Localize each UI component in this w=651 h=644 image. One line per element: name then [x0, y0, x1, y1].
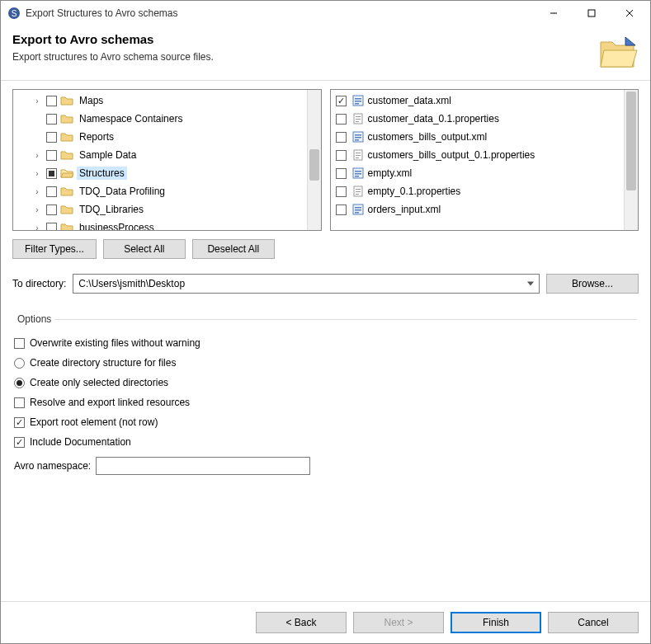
file-item[interactable]: orders_input.xml [334, 200, 624, 219]
create-only-selected-radio[interactable] [14, 378, 25, 388]
svg-rect-25 [356, 121, 359, 122]
file-scrollbar[interactable] [624, 90, 638, 230]
directory-combo[interactable]: C:\Users\jsmith\Desktop [73, 274, 540, 294]
tree-checkbox[interactable] [46, 186, 57, 197]
tree-item[interactable]: ›Sample Data [18, 146, 306, 164]
close-button[interactable] [611, 2, 649, 25]
dialog-footer: < Back Next > Finish Cancel [1, 601, 650, 643]
export-root-option[interactable]: Export root element (not row) [14, 412, 637, 432]
file-checkbox[interactable] [336, 186, 347, 197]
minimize-button[interactable] [535, 2, 573, 25]
include-doc-label: Include Documentation [30, 436, 131, 448]
file-item-label: customer_data_0.1.properties [368, 113, 499, 125]
svg-rect-31 [356, 153, 361, 153]
tree-checkbox[interactable] [46, 132, 57, 143]
svg-marker-8 [625, 37, 635, 45]
tree-item[interactable]: Namespace Containers [18, 110, 306, 128]
export-root-label: Export root element (not row) [30, 416, 158, 428]
tree-checkbox[interactable] [46, 150, 57, 161]
tree-item[interactable]: ›TDQ_Data Profiling [18, 182, 306, 200]
selection-button-row: Filter Types... Select All Deselect All [12, 239, 639, 259]
svg-text:S: S [12, 9, 17, 18]
next-button[interactable]: Next > [353, 612, 444, 633]
tree-checkbox[interactable] [46, 204, 57, 215]
file-checkbox[interactable] [336, 132, 347, 143]
tree-item[interactable]: ›Maps [18, 92, 306, 110]
tree-item-label: businessProcess [77, 221, 157, 230]
create-dir-structure-radio[interactable] [14, 358, 25, 369]
tree-item[interactable]: ›Structures [18, 164, 306, 182]
svg-rect-28 [355, 137, 361, 139]
file-checkbox[interactable] [336, 150, 347, 161]
file-item[interactable]: empty_0.1.properties [334, 182, 624, 200]
file-item[interactable]: customers_bills_output.xml [334, 128, 624, 146]
create-only-selected-option[interactable]: Create only selected directories [14, 373, 637, 393]
svg-marker-14 [61, 173, 73, 177]
file-item[interactable]: customers_bills_output_0.1.properties [334, 146, 624, 164]
tree-checkbox[interactable] [46, 223, 57, 231]
tree-scrollbar[interactable] [307, 90, 321, 230]
tree-expander-icon[interactable]: › [31, 223, 43, 231]
dialog-content: ›MapsNamespace ContainersReports›Sample … [1, 81, 650, 601]
file-checkbox[interactable] [336, 114, 347, 125]
folder-icon [60, 167, 73, 180]
export-root-checkbox[interactable] [14, 417, 25, 428]
file-item-label: empty_0.1.properties [368, 186, 461, 197]
svg-rect-21 [355, 103, 359, 105]
directory-value: C:\Users\jsmith\Desktop [78, 278, 185, 289]
file-item[interactable]: customer_data.xml [334, 92, 624, 110]
tree-expander-icon[interactable]: › [31, 96, 43, 106]
overwrite-option[interactable]: Overwrite existing files without warning [14, 333, 637, 353]
svg-rect-19 [355, 98, 361, 100]
resolve-linked-checkbox[interactable] [14, 397, 25, 408]
deselect-all-button[interactable]: Deselect All [192, 239, 275, 259]
tree-checkbox[interactable] [46, 168, 57, 179]
overwrite-checkbox[interactable] [14, 338, 25, 349]
svg-rect-29 [355, 139, 359, 141]
folder-icon [60, 94, 73, 107]
svg-rect-40 [356, 191, 361, 192]
tree-expander-icon[interactable]: › [31, 187, 43, 196]
svg-rect-37 [355, 176, 359, 177]
properties-file-icon [351, 148, 365, 162]
namespace-input[interactable] [96, 457, 310, 475]
file-item-label: customers_bills_output_0.1.properties [368, 149, 535, 161]
select-all-button[interactable]: Select All [103, 239, 186, 259]
file-item[interactable]: empty.xml [334, 164, 624, 182]
window-controls [535, 2, 649, 25]
directory-label: To directory: [12, 278, 66, 289]
browse-button[interactable]: Browse... [546, 274, 639, 294]
finish-button[interactable]: Finish [451, 612, 541, 633]
tree-item[interactable]: Reports [18, 128, 306, 146]
folder-icon [60, 203, 73, 216]
create-dir-structure-option[interactable]: Create directory structure for files [14, 353, 637, 373]
svg-rect-20 [355, 101, 361, 102]
resolve-linked-option[interactable]: Resolve and export linked resources [14, 393, 637, 412]
file-checkbox[interactable] [336, 204, 347, 215]
cancel-button[interactable]: Cancel [548, 612, 639, 633]
file-list-pane[interactable]: customer_data.xmlcustomer_data_0.1.prope… [330, 89, 639, 231]
dialog-header: Export to Avro schemas Export structures… [1, 26, 650, 81]
tree-checkbox[interactable] [46, 96, 57, 106]
file-item[interactable]: customer_data_0.1.properties [334, 110, 624, 128]
file-checkbox[interactable] [336, 96, 347, 106]
include-doc-checkbox[interactable] [14, 437, 25, 448]
file-checkbox[interactable] [336, 168, 347, 179]
svg-rect-3 [588, 10, 595, 16]
back-button[interactable]: < Back [256, 612, 347, 633]
include-doc-option[interactable]: Include Documentation [14, 432, 637, 452]
tree-expander-icon[interactable]: › [31, 205, 43, 214]
folder-tree-pane[interactable]: ›MapsNamespace ContainersReports›Sample … [12, 89, 322, 231]
maximize-button[interactable] [573, 2, 611, 25]
tree-expander-icon[interactable]: › [31, 151, 43, 160]
svg-rect-24 [356, 119, 361, 120]
filter-types-button[interactable]: Filter Types... [12, 239, 97, 259]
tree-expander-icon[interactable]: › [31, 169, 43, 178]
resolve-linked-label: Resolve and export linked resources [30, 397, 190, 408]
tree-checkbox[interactable] [46, 114, 57, 125]
svg-rect-35 [355, 171, 361, 172]
tree-item[interactable]: ›businessProcess [18, 219, 306, 230]
options-group: Options Overwrite existing files without… [14, 313, 637, 475]
tree-item-label: Structures [77, 167, 127, 180]
tree-item[interactable]: ›TDQ_Libraries [18, 200, 306, 219]
